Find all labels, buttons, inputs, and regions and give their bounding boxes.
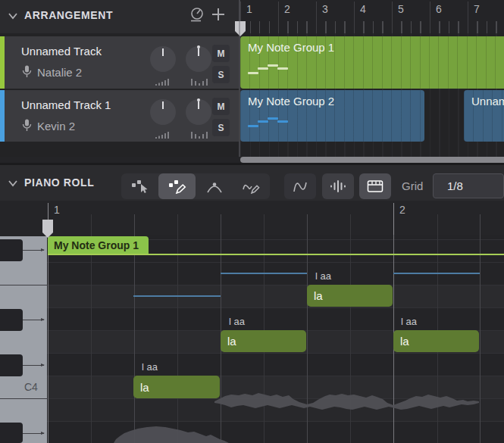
ruler-tick	[350, 214, 351, 235]
mini-note	[248, 72, 258, 74]
pitch-pen-tool-button[interactable]	[233, 173, 270, 199]
black-key[interactable]	[0, 239, 23, 261]
note-group-clip[interactable]: My Note Group 1	[240, 36, 504, 89]
key-divider	[23, 433, 44, 434]
ruler-number: 7	[474, 3, 480, 15]
note[interactable]: la	[221, 330, 306, 352]
grid-line	[91, 235, 92, 443]
solo-button[interactable]: S	[212, 119, 230, 136]
piano-roll-title: PIANO ROLL	[24, 176, 94, 189]
ruler-number: 3	[322, 3, 328, 15]
level-meter-button[interactable]	[322, 173, 354, 199]
phoneme-label: l aa	[315, 270, 331, 282]
volume-knob[interactable]	[150, 46, 176, 72]
note[interactable]: la	[133, 376, 220, 398]
bar-line	[278, 2, 279, 33]
note-group-clip[interactable]: Unnam	[464, 90, 504, 142]
piano-roll-ruler[interactable]: 1 2	[0, 201, 504, 235]
black-key[interactable]	[0, 309, 23, 331]
mini-note	[258, 120, 268, 123]
key-label: C4	[24, 381, 38, 393]
clip-label: My Note Group 2	[248, 95, 334, 108]
voice-name: Natalie 2	[37, 66, 82, 79]
mini-note	[277, 67, 288, 70]
mute-button[interactable]: M	[212, 45, 230, 62]
arrangement-ruler[interactable]: 1 2 3 4 5 6 7	[240, 0, 504, 33]
mic-icon	[22, 119, 32, 132]
volume-knob[interactable]	[150, 99, 176, 125]
key-divider	[0, 285, 47, 285]
mute-button[interactable]: M	[212, 98, 230, 115]
note-group-clip[interactable]: My Note Group 2	[240, 90, 424, 142]
draw-tool-button[interactable]	[158, 173, 196, 199]
grid-line	[480, 235, 481, 443]
note-grid[interactable]: My Note Group 1 l aa la l aa la l aa la …	[0, 235, 504, 443]
volume-meter-icon	[155, 78, 173, 86]
ruler-tick	[177, 214, 178, 235]
ruler-tick	[134, 214, 135, 235]
grid-row	[47, 353, 504, 376]
pan-meter-icon	[190, 78, 208, 86]
group-tab[interactable]: My Note Group 1	[48, 236, 149, 254]
piano-roll-header: PIANO ROLL	[0, 165, 504, 201]
pan-knob[interactable]	[186, 99, 211, 125]
mic-icon	[22, 65, 32, 78]
clip-label: Unnam	[471, 95, 504, 108]
pan-knob[interactable]	[186, 46, 211, 72]
black-key[interactable]	[0, 354, 23, 376]
ruler-number: 4	[360, 3, 366, 15]
solo-button[interactable]: S	[212, 66, 230, 83]
track-name: Unnamed Track	[21, 45, 102, 58]
ruler-minor-ticks	[240, 21, 504, 33]
key-divider	[23, 250, 44, 251]
grid-line	[134, 235, 135, 443]
ruler-tick	[307, 214, 308, 235]
black-key[interactable]	[0, 423, 23, 443]
group-boundary-line	[48, 254, 504, 255]
key-divider	[23, 365, 44, 366]
grid-line-bar	[48, 235, 49, 443]
ruler-tick	[437, 214, 438, 235]
vibrato-tool-button[interactable]	[284, 173, 316, 199]
grid-size-dropdown[interactable]: 1/8	[433, 173, 504, 198]
panel-divider	[239, 0, 240, 157]
clip-view-button[interactable]	[359, 173, 391, 199]
tool-group	[121, 173, 270, 199]
select-tool-button[interactable]	[121, 173, 158, 199]
arc-tool-button[interactable]	[196, 173, 233, 199]
key-divider	[23, 320, 44, 320]
ghost-pitch-line	[393, 273, 480, 274]
ruler-number: 2	[399, 204, 405, 216]
piano-keyboard[interactable]: C4	[0, 236, 47, 443]
bar-line	[316, 2, 317, 33]
chevron-down-icon[interactable]	[8, 11, 18, 20]
track-row[interactable]: Unnamed Track 1 Kevin 2 M	[0, 90, 239, 142]
ghost-pitch-line	[221, 273, 307, 274]
ruler-tick	[221, 214, 221, 235]
volume-meter-icon	[155, 131, 173, 139]
track-name: Unnamed Track 1	[21, 98, 111, 111]
bar-line	[392, 2, 393, 33]
track-color-strip	[0, 36, 5, 89]
tempo-icon[interactable]	[189, 6, 205, 23]
playhead-marker[interactable]	[42, 220, 53, 232]
track-row[interactable]: Unnamed Track Natalie 2 M	[0, 36, 239, 89]
horizontal-scrollbar[interactable]	[240, 157, 504, 163]
track-color-strip	[0, 90, 5, 142]
note[interactable]: la	[393, 330, 479, 352]
add-track-icon[interactable]	[211, 8, 225, 21]
playhead-marker[interactable]	[235, 21, 246, 31]
note[interactable]: la	[307, 285, 393, 307]
grid-line	[177, 235, 178, 443]
ruler-number: 1	[54, 204, 60, 216]
mini-note	[258, 67, 268, 70]
chevron-down-icon[interactable]	[8, 179, 18, 188]
bar-line	[430, 2, 430, 33]
pan-meter-icon	[190, 131, 208, 139]
arrangement-title: ARRANGEMENT	[24, 9, 113, 21]
ruler-tick	[480, 214, 481, 235]
ghost-pitch-line	[133, 295, 221, 297]
phoneme-label: l aa	[229, 316, 245, 327]
ruler-tick	[264, 214, 265, 235]
mini-note	[268, 64, 278, 67]
